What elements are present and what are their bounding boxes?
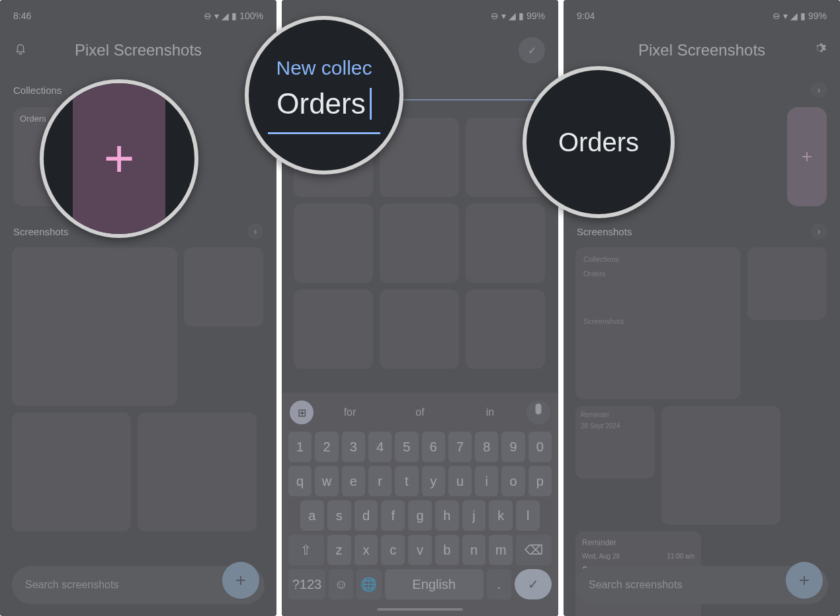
keyboard-row-3: ⇧ zxcvbnm⌫ <box>284 533 556 567</box>
chevron-right-icon[interactable]: › <box>811 82 827 98</box>
enter-key[interactable]: ✓ <box>515 569 552 599</box>
key-0[interactable]: 0 <box>528 432 552 462</box>
key-p[interactable]: p <box>528 466 552 496</box>
battery-percent: 100% <box>239 11 263 21</box>
status-time: 9:04 <box>577 11 595 21</box>
chevron-right-icon[interactable]: › <box>247 223 263 239</box>
key-7[interactable]: 7 <box>448 432 472 462</box>
key-q[interactable]: q <box>288 466 312 496</box>
screenshot-thumbnail[interactable] <box>466 289 545 369</box>
key-r[interactable]: r <box>368 466 392 496</box>
key-s[interactable]: s <box>327 500 351 531</box>
add-collection-button[interactable]: + <box>787 107 827 206</box>
screenshot-thumbnail[interactable] <box>380 204 459 283</box>
key-u[interactable]: u <box>448 466 472 496</box>
key-o[interactable]: o <box>501 466 525 496</box>
status-bar: 9:04 ⊖ ▾ ◢ ▮ 99% <box>564 0 840 28</box>
screenshot-thumbnail[interactable] <box>12 412 131 531</box>
suggestion[interactable]: of <box>386 401 454 424</box>
zoom-callout-name-input: New collec Orders <box>245 16 403 174</box>
screenshot-thumbnail[interactable] <box>661 406 780 525</box>
screenshot-thumbnail[interactable] <box>294 204 373 283</box>
add-screenshot-fab[interactable]: + <box>222 562 259 599</box>
battery-icon: ▮ <box>231 11 237 21</box>
key-9[interactable]: 9 <box>501 432 525 462</box>
plus-icon: + <box>802 146 812 167</box>
screenshot-thumbnail[interactable] <box>138 412 257 531</box>
wifi-icon: ▾ <box>783 11 788 21</box>
key-t[interactable]: t <box>395 466 418 496</box>
battery-percent: 99% <box>526 11 545 21</box>
globe-key[interactable]: 🌐 <box>357 569 381 599</box>
key-w[interactable]: w <box>315 466 338 496</box>
zoom-callout-add-collection: + <box>40 79 198 238</box>
screenshot-thumbnail[interactable] <box>747 247 827 320</box>
keyboard-row-1: qwertyuiop <box>284 464 556 498</box>
settings-icon[interactable] <box>812 41 827 56</box>
mic-icon[interactable] <box>526 401 550 424</box>
screenshot-thumbnail[interactable] <box>184 247 263 327</box>
key-m[interactable]: m <box>489 535 513 565</box>
sticker-icon[interactable]: ⊞ <box>290 401 314 424</box>
screenshot-thumbnail[interactable]: Collections Orders Screenshots <box>575 247 741 399</box>
signal-icon: ◢ <box>509 11 516 21</box>
key-3[interactable]: 3 <box>342 432 365 462</box>
key-z[interactable]: z <box>327 535 351 565</box>
battery-percent: 99% <box>808 11 827 21</box>
key-n[interactable]: n <box>462 535 486 565</box>
key-l[interactable]: l <box>516 500 540 531</box>
key-8[interactable]: 8 <box>475 432 498 462</box>
symbol-key[interactable]: ?123 <box>288 569 325 599</box>
nav-handle[interactable] <box>377 608 463 611</box>
keyboard: ⊞ for of in 1234567890 qwertyuiop asdfgh… <box>282 393 558 616</box>
key-f[interactable]: f <box>381 500 405 531</box>
key-d[interactable]: d <box>355 500 378 531</box>
space-key[interactable]: English <box>385 569 483 599</box>
backspace-key[interactable]: ⌫ <box>516 535 552 565</box>
section-screenshots[interactable]: Screenshots › <box>564 219 840 243</box>
suggestion[interactable]: in <box>456 401 524 424</box>
key-j[interactable]: j <box>462 500 486 531</box>
battery-icon: ▮ <box>800 11 806 21</box>
key-e[interactable]: e <box>342 466 365 496</box>
wifi-icon: ▾ <box>501 11 506 21</box>
confirm-button[interactable]: ✓ <box>519 37 545 63</box>
key-a[interactable]: a <box>300 500 324 531</box>
key-x[interactable]: x <box>355 535 378 565</box>
wifi-icon: ▾ <box>214 11 219 21</box>
key-i[interactable]: i <box>475 466 498 496</box>
status-bar: 8:46 ⊖ ▾ ◢ ▮ 100% <box>0 0 276 28</box>
key-y[interactable]: y <box>422 466 445 496</box>
screenshot-thumbnail[interactable] <box>294 289 373 369</box>
signal-icon: ◢ <box>222 11 229 21</box>
key-2[interactable]: 2 <box>315 432 338 462</box>
suggestion[interactable]: for <box>316 401 384 424</box>
battery-icon: ▮ <box>519 11 524 21</box>
key-5[interactable]: 5 <box>395 432 418 462</box>
screenshot-thumbnail[interactable] <box>466 204 545 283</box>
key-v[interactable]: v <box>408 535 432 565</box>
screenshot-thumbnail[interactable] <box>12 247 177 406</box>
zoom-callout-orders-collection: Orders <box>523 66 675 218</box>
dnd-icon: ⊖ <box>491 11 499 21</box>
plus-icon: + <box>73 83 165 234</box>
key-h[interactable]: h <box>435 500 459 531</box>
key-g[interactable]: g <box>408 500 432 531</box>
key-c[interactable]: c <box>381 535 405 565</box>
period-key[interactable]: . <box>487 569 511 599</box>
screenshot-thumbnail[interactable] <box>380 289 459 369</box>
reminders-icon[interactable] <box>13 41 28 56</box>
add-screenshot-fab[interactable]: + <box>786 562 823 599</box>
emoji-key[interactable]: ☺ <box>329 569 353 599</box>
key-4[interactable]: 4 <box>368 432 392 462</box>
key-1[interactable]: 1 <box>288 432 312 462</box>
shift-key[interactable]: ⇧ <box>288 535 324 565</box>
key-b[interactable]: b <box>435 535 459 565</box>
key-k[interactable]: k <box>489 500 513 531</box>
screenshot-thumbnail[interactable]: Reminder 28 Sept 2024 <box>575 406 655 479</box>
status-time: 8:46 <box>13 11 31 21</box>
chevron-right-icon[interactable]: › <box>811 223 827 239</box>
dnd-icon: ⊖ <box>204 11 212 21</box>
dnd-icon: ⊖ <box>773 11 780 21</box>
key-6[interactable]: 6 <box>422 432 445 462</box>
